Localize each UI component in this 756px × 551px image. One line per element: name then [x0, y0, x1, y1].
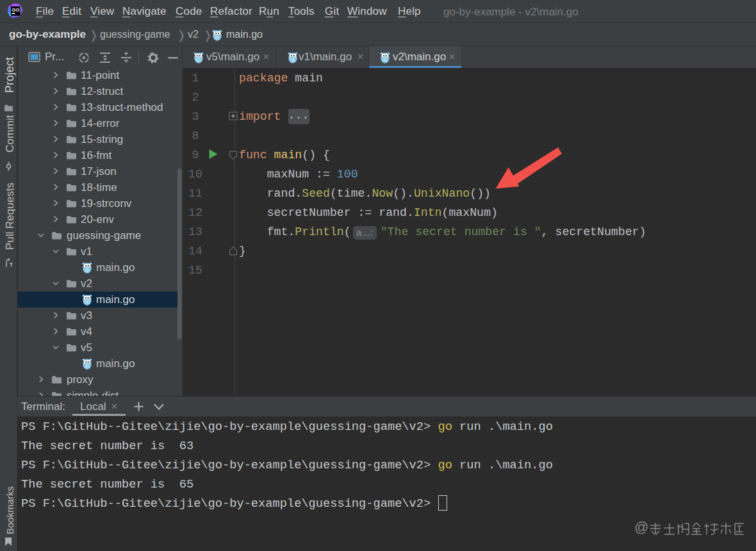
svg-text:GO: GO — [12, 7, 20, 13]
